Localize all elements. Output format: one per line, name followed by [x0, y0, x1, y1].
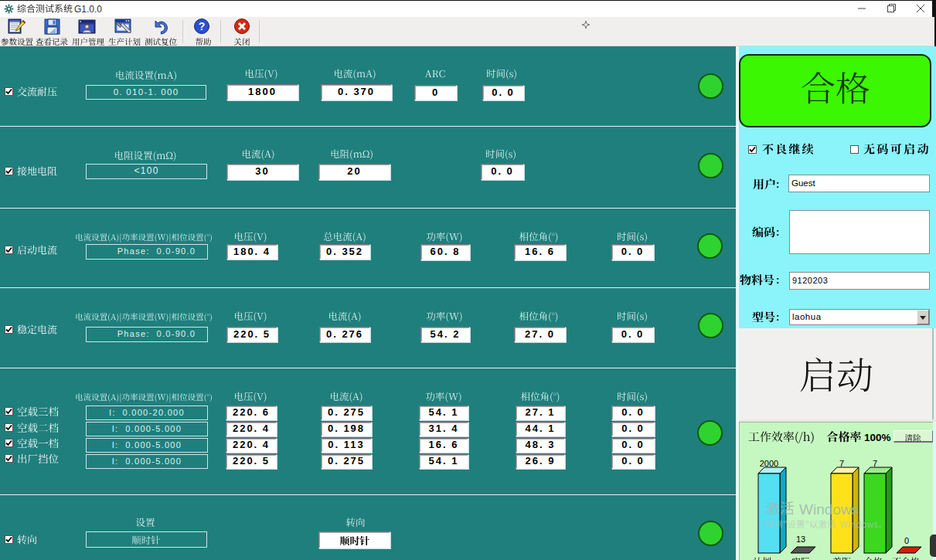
- svg-text:?: ?: [199, 20, 206, 32]
